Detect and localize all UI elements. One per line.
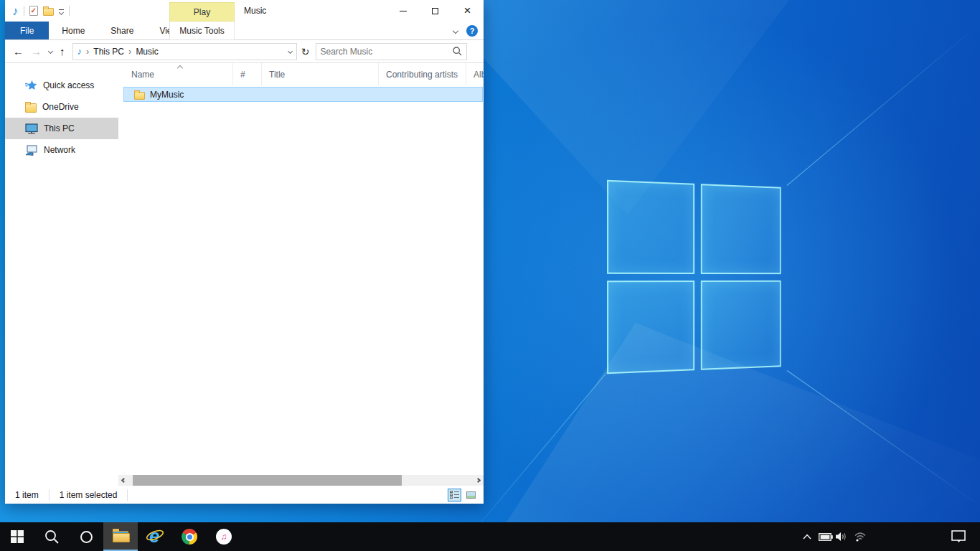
details-view-icon bbox=[450, 491, 459, 499]
large-icons-view-button[interactable] bbox=[464, 489, 478, 501]
main-content: Quick access OneDrive This PC Netw bbox=[5, 63, 484, 475]
tab-share[interactable]: Share bbox=[98, 22, 146, 39]
music-note-app-icon: ♪ bbox=[12, 5, 19, 17]
music-note-icon: ♪ bbox=[77, 46, 83, 57]
action-center-icon bbox=[951, 530, 966, 543]
column-header-album[interactable]: Alb bbox=[466, 63, 484, 85]
volume-button[interactable] bbox=[832, 522, 851, 551]
separator bbox=[24, 6, 24, 16]
quick-access-toolbar: ♪ ✓ bbox=[12, 0, 70, 22]
battery-icon bbox=[819, 533, 833, 541]
address-bar[interactable]: ♪ › This PC › Music bbox=[72, 43, 297, 60]
window-controls: × bbox=[387, 0, 484, 22]
cortana-button[interactable] bbox=[69, 522, 103, 551]
search-box bbox=[316, 43, 467, 60]
address-dropdown-chevron-icon[interactable] bbox=[287, 49, 292, 54]
windows-logo-pane bbox=[607, 180, 694, 274]
help-icon[interactable]: ? bbox=[466, 25, 478, 37]
sidebar-item-label: OneDrive bbox=[42, 102, 79, 112]
close-icon: × bbox=[464, 4, 471, 17]
file-explorer-window: ♪ ✓ Play Music × File Home Share View Mu… bbox=[5, 0, 484, 504]
ribbon-tab-bar: File Home Share View Music Tools ? bbox=[5, 22, 484, 40]
tray-show-hidden-icons-button[interactable] bbox=[798, 522, 816, 551]
search-icon[interactable] bbox=[449, 47, 466, 56]
cortana-circle-icon bbox=[80, 531, 93, 543]
onedrive-folder-icon bbox=[25, 103, 37, 113]
windows-logo-pane bbox=[607, 281, 694, 375]
sidebar-item-network[interactable]: Network bbox=[5, 139, 118, 161]
ribbon-right-controls: ? bbox=[453, 22, 478, 40]
tab-music-tools[interactable]: Music Tools bbox=[169, 22, 235, 40]
window-title: Music bbox=[244, 0, 266, 22]
search-icon bbox=[44, 529, 59, 544]
horizontal-scrollbar[interactable] bbox=[118, 475, 484, 486]
column-header-contributing-artists[interactable]: Contributing artists bbox=[379, 63, 466, 85]
file-explorer-taskbar-button[interactable] bbox=[103, 522, 138, 551]
sidebar-item-quick-access[interactable]: Quick access bbox=[5, 75, 118, 96]
column-header-name[interactable]: Name bbox=[118, 63, 233, 85]
view-toggles bbox=[448, 489, 484, 501]
file-list-area: Name # Title Contributing artists Alb My… bbox=[118, 63, 484, 475]
refresh-button[interactable]: ↻ bbox=[297, 43, 314, 60]
column-header-number[interactable]: # bbox=[233, 63, 262, 85]
windows-logo-pane bbox=[700, 184, 781, 273]
customize-qat-dropdown-icon[interactable] bbox=[59, 8, 64, 14]
contextual-tab-group-play[interactable]: Play bbox=[169, 2, 235, 22]
tab-file[interactable]: File bbox=[5, 22, 49, 39]
up-button-icon[interactable]: ↑ bbox=[60, 45, 65, 57]
status-bar: 1 item 1 item selected bbox=[5, 486, 484, 504]
taskbar: e ♫ bbox=[0, 522, 980, 551]
separator bbox=[69, 6, 70, 16]
tab-home[interactable]: Home bbox=[49, 22, 98, 39]
file-explorer-icon bbox=[113, 531, 128, 542]
windows-logo-pane bbox=[700, 280, 781, 369]
column-header-title[interactable]: Title bbox=[262, 63, 379, 85]
light-ray bbox=[787, 24, 980, 186]
back-button-icon[interactable]: ← bbox=[13, 45, 24, 57]
minimize-button[interactable] bbox=[387, 0, 419, 22]
properties-icon[interactable]: ✓ bbox=[29, 6, 38, 16]
new-folder-icon[interactable] bbox=[43, 8, 54, 16]
chrome-button[interactable] bbox=[172, 522, 207, 551]
search-input[interactable] bbox=[316, 47, 449, 57]
breadcrumb-this-pc[interactable]: This PC bbox=[93, 47, 124, 57]
sidebar-item-onedrive[interactable]: OneDrive bbox=[5, 96, 118, 118]
scrollbar-thumb[interactable] bbox=[133, 475, 402, 486]
quick-access-star-icon bbox=[25, 80, 37, 91]
check-mark-icon: ✓ bbox=[31, 6, 37, 14]
maximize-button[interactable] bbox=[419, 0, 451, 22]
minimize-icon bbox=[400, 11, 407, 11]
scrollbar-track[interactable] bbox=[129, 475, 473, 486]
nav-buttons: ← → ↑ bbox=[5, 45, 72, 57]
collapse-ribbon-icon[interactable] bbox=[453, 28, 458, 34]
sidebar-item-label: This PC bbox=[44, 123, 75, 133]
itunes-icon: ♫ bbox=[216, 529, 232, 545]
item-count: 1 item bbox=[5, 489, 50, 501]
chevron-up-icon bbox=[803, 534, 811, 540]
action-center-button[interactable] bbox=[944, 522, 973, 551]
network-button[interactable] bbox=[851, 522, 870, 551]
large-icons-view-icon bbox=[466, 491, 476, 499]
itunes-button[interactable]: ♫ bbox=[207, 522, 241, 551]
details-view-button[interactable] bbox=[448, 489, 461, 501]
forward-button-icon[interactable]: → bbox=[31, 45, 42, 57]
navigation-bar: ← → ↑ ♪ › This PC › Music ↻ bbox=[5, 40, 484, 63]
column-headers: Name # Title Contributing artists Alb bbox=[118, 63, 484, 85]
file-row-mymusic[interactable]: MyMusic bbox=[123, 87, 483, 102]
sidebar-item-this-pc[interactable]: This PC bbox=[5, 118, 118, 139]
scroll-left-arrow-icon[interactable] bbox=[118, 475, 129, 486]
maximize-icon bbox=[432, 8, 438, 14]
scroll-right-arrow-icon[interactable] bbox=[473, 475, 484, 486]
sidebar-item-label: Network bbox=[44, 145, 75, 155]
network-icon bbox=[25, 145, 38, 156]
breadcrumb-chevron-icon: › bbox=[86, 46, 89, 57]
search-button[interactable] bbox=[34, 522, 69, 551]
breadcrumb-chevron-icon: › bbox=[128, 46, 131, 57]
recent-locations-chevron-icon[interactable] bbox=[48, 49, 53, 54]
start-button[interactable] bbox=[0, 522, 34, 551]
breadcrumb-music[interactable]: Music bbox=[136, 47, 158, 57]
title-bar[interactable]: ♪ ✓ Play Music × bbox=[5, 0, 484, 22]
internet-explorer-icon: e bbox=[146, 527, 164, 546]
close-button[interactable]: × bbox=[451, 0, 484, 22]
internet-explorer-button[interactable]: e bbox=[138, 522, 172, 551]
